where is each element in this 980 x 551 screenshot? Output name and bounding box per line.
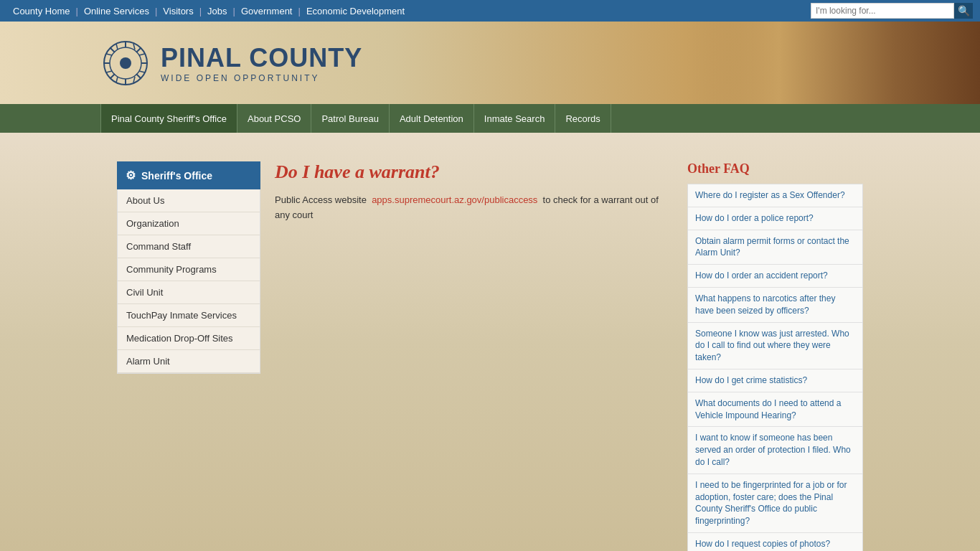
faq-link-1[interactable]: How do I order a police report? xyxy=(688,207,862,230)
public-access-link[interactable]: apps.supremecourt.az.gov/publicaccess xyxy=(372,194,537,205)
faq-link-10[interactable]: How do I request copies of photos? xyxy=(688,533,862,551)
logo-area: PINAL COUNTY WIDE OPEN OPPORTUNITY xyxy=(100,38,362,88)
sidebar-item-medication: Medication Drop-Off Sites xyxy=(118,327,260,350)
faq-item-8: I want to know if someone has been serve… xyxy=(688,427,862,474)
svg-line-18 xyxy=(133,44,135,50)
search-input[interactable] xyxy=(811,3,954,19)
svg-line-17 xyxy=(116,77,118,83)
faq-link-2[interactable]: Obtain alarm permit forms or contact the… xyxy=(688,230,862,265)
faq-link-8[interactable]: I want to know if someone has been serve… xyxy=(688,427,862,474)
main-nav-patrol-bureau[interactable]: Patrol Bureau xyxy=(311,104,390,133)
sidebar-link-community-programs[interactable]: Community Programs xyxy=(118,258,260,281)
faq-item-3: How do I order an accident report? xyxy=(688,265,862,288)
sidebar-link-medication[interactable]: Medication Drop-Off Sites xyxy=(118,327,260,350)
faq-item-10: How do I request copies of photos? xyxy=(688,533,862,551)
faq-link-4[interactable]: What happens to narcotics after they hav… xyxy=(688,288,862,323)
faq-link-0[interactable]: Where do I register as a Sex Offender? xyxy=(688,184,862,207)
sidebar-item-command-staff: Command Staff xyxy=(118,235,260,258)
faq-title: Other FAQ xyxy=(687,161,863,176)
sidebar-link-command-staff[interactable]: Command Staff xyxy=(118,235,260,258)
faq-link-9[interactable]: I need to be fingerprinted for a job or … xyxy=(688,474,862,533)
svg-line-11 xyxy=(116,44,118,50)
sidebar-header: ⚙ Sheriff's Office xyxy=(117,161,260,189)
top-nav-county-home[interactable]: County Home xyxy=(7,6,75,17)
sidebar-menu: About Us Organization Command Staff Comm… xyxy=(117,189,260,374)
sidebar-item-organization: Organization xyxy=(118,212,260,235)
faq-sidebar: Other FAQ Where do I register as a Sex O… xyxy=(687,161,863,551)
svg-line-8 xyxy=(136,74,141,78)
page-title: Do I have a warrant? xyxy=(275,161,673,183)
site-header: PINAL COUNTY WIDE OPEN OPPORTUNITY xyxy=(0,22,980,104)
site-title: PINAL COUNTY xyxy=(161,43,362,73)
header-decoration xyxy=(693,22,980,104)
sidebar-link-touchpay[interactable]: TouchPay Inmate Services xyxy=(118,304,260,327)
faq-item-6: How do I get crime statistics? xyxy=(688,369,862,392)
search-button[interactable]: 🔍 xyxy=(954,3,973,19)
svg-line-7 xyxy=(110,48,115,52)
faq-item-7: What documents do I need to attend a Veh… xyxy=(688,392,862,428)
faq-list: Where do I register as a Sex Offender? H… xyxy=(687,184,863,551)
sidebar-item-about-us: About Us xyxy=(118,189,260,212)
faq-link-3[interactable]: How do I order an accident report? xyxy=(688,265,862,288)
faq-item-1: How do I order a police report? xyxy=(688,207,862,230)
faq-item-9: I need to be fingerprinted for a job or … xyxy=(688,474,862,533)
sidebar-link-organization[interactable]: Organization xyxy=(118,212,260,235)
top-nav-economic[interactable]: Economic Development xyxy=(301,6,410,17)
svg-line-13 xyxy=(106,54,112,55)
svg-line-14 xyxy=(139,71,145,72)
svg-line-10 xyxy=(110,74,115,78)
top-nav-government[interactable]: Government xyxy=(235,6,298,17)
sidebar-link-alarm-unit[interactable]: Alarm Unit xyxy=(118,350,260,373)
main-nav-inmate-search[interactable]: Inmate Search xyxy=(474,104,556,133)
sidebar-link-about-us[interactable]: About Us xyxy=(118,189,260,212)
sidebar-item-civil-unit: Civil Unit xyxy=(118,281,260,304)
sidebar: ⚙ Sheriff's Office About Us Organization… xyxy=(117,161,260,551)
top-navigation: County Home | Online Services | Visitors… xyxy=(0,0,980,22)
sidebar-item-community-programs: Community Programs xyxy=(118,258,260,281)
sidebar-title: Sheriff's Office xyxy=(141,170,212,182)
search-area: 🔍 xyxy=(811,3,973,19)
svg-line-16 xyxy=(139,54,145,55)
faq-link-5[interactable]: Someone I know was just arrested. Who do… xyxy=(688,323,862,369)
logo-text: PINAL COUNTY WIDE OPEN OPPORTUNITY xyxy=(161,43,362,83)
top-nav-online-services[interactable]: Online Services xyxy=(78,6,155,17)
sidebar-item-touchpay: TouchPay Inmate Services xyxy=(118,304,260,327)
faq-item-0: Where do I register as a Sex Offender? xyxy=(688,184,862,207)
site-subtitle: WIDE OPEN OPPORTUNITY xyxy=(161,73,362,83)
gear-icon: ⚙ xyxy=(126,169,136,182)
svg-point-2 xyxy=(120,57,131,69)
sidebar-link-civil-unit[interactable]: Civil Unit xyxy=(118,281,260,304)
faq-item-2: Obtain alarm permit forms or contact the… xyxy=(688,230,862,265)
faq-item-5: Someone I know was just arrested. Who do… xyxy=(688,323,862,369)
content-prefix: Public Access website xyxy=(275,194,367,205)
top-nav-jobs[interactable]: Jobs xyxy=(202,6,232,17)
faq-link-7[interactable]: What documents do I need to attend a Veh… xyxy=(688,392,862,428)
faq-item-4: What happens to narcotics after they hav… xyxy=(688,288,862,323)
main-nav-about-pcso[interactable]: About PCSO xyxy=(237,104,311,133)
svg-line-12 xyxy=(133,77,135,83)
svg-line-9 xyxy=(136,48,141,52)
sidebar-item-alarm-unit: Alarm Unit xyxy=(118,350,260,373)
main-navigation: Pinal County Sheriff's Office About PCSO… xyxy=(0,104,980,133)
main-nav-records[interactable]: Records xyxy=(555,104,611,133)
faq-link-6[interactable]: How do I get crime statistics? xyxy=(688,369,862,392)
pinal-county-logo xyxy=(100,38,151,88)
main-content: Do I have a warrant? Public Access websi… xyxy=(275,161,673,551)
main-nav-sheriffs-office[interactable]: Pinal County Sheriff's Office xyxy=(100,104,237,133)
top-nav-visitors[interactable]: Visitors xyxy=(157,6,199,17)
svg-line-15 xyxy=(106,71,112,72)
main-nav-adult-detention[interactable]: Adult Detention xyxy=(390,104,474,133)
content-body: Public Access website apps.supremecourt.… xyxy=(275,193,673,223)
content-area: ⚙ Sheriff's Office About Us Organization… xyxy=(0,133,980,551)
page-wrapper: ⚙ Sheriff's Office About Us Organization… xyxy=(117,147,863,551)
